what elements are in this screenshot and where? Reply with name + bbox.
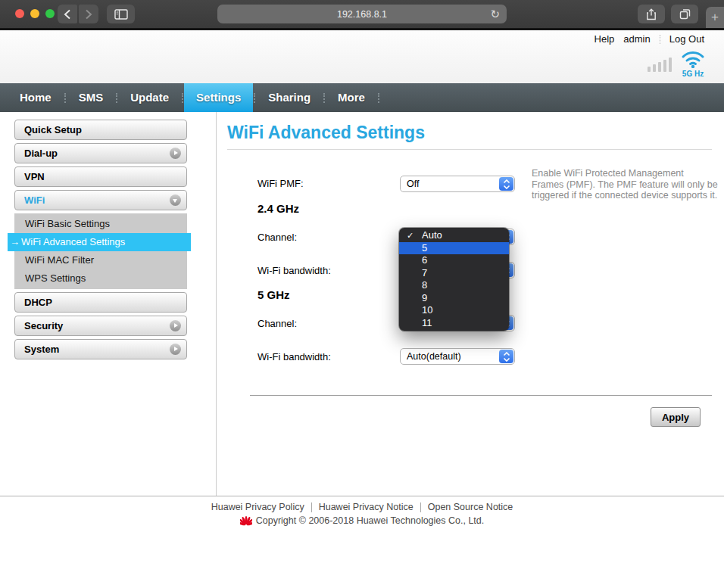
dropdown-option-10[interactable]: 10	[399, 304, 509, 317]
wifi-pmf-label: WiFi PMF:	[257, 178, 304, 189]
chevron-down-icon	[170, 194, 181, 206]
sidebar-item-dhcp[interactable]: DHCP	[14, 292, 187, 313]
nav-item-update[interactable]: Update	[118, 83, 181, 112]
open-source-notice-link[interactable]: Open Source Notice	[428, 502, 513, 512]
nav-separator	[323, 93, 325, 103]
footer-divider	[420, 502, 421, 512]
tabs-icon	[679, 8, 691, 20]
dropdown-option-7[interactable]: 7	[399, 267, 509, 280]
page-title: WiFi Advanced Settings	[227, 123, 425, 143]
channel-dropdown-menu: ✓ Auto 5 6 7 8 9 10 11	[399, 228, 509, 331]
dropdown-option-8[interactable]: 8	[399, 279, 509, 292]
dropdown-option-5[interactable]: 5	[399, 242, 509, 255]
band-24ghz-heading: 2.4 GHz	[257, 202, 299, 215]
sidebar-item-security[interactable]: Security	[14, 316, 187, 336]
nav-separator	[254, 93, 255, 103]
plus-icon: +	[711, 10, 719, 25]
reload-icon[interactable]: ↻	[490, 6, 500, 22]
sidebar-item-dial-up[interactable]: Dial-up	[14, 143, 187, 163]
channel-5-label: Channel:	[257, 318, 297, 329]
zoom-window-button[interactable]	[45, 9, 55, 18]
dropdown-option-11[interactable]: 11	[399, 317, 509, 330]
site-header: Help admin Log Out 5G Hz	[0, 30, 724, 83]
bandwidth-24-label: Wi-Fi bandwidth:	[257, 265, 331, 276]
url-text: 192.168.8.1	[337, 9, 387, 20]
sidebar-item-vpn[interactable]: VPN	[14, 166, 187, 187]
current-item-arrow-icon: →	[10, 233, 20, 251]
close-window-button[interactable]	[15, 9, 24, 18]
band-5ghz-heading: 5 GHz	[257, 288, 290, 301]
router-admin-page: 192.168.8.1 ↻ + Help admin Log Out	[0, 0, 724, 588]
copyright-text: Copyright © 2006-2018 Huawei Technologie…	[256, 515, 485, 526]
chevron-right-icon	[170, 344, 181, 355]
help-link[interactable]: Help	[594, 33, 615, 45]
sidebar-item-wifi-mac-filter[interactable]: WiFi MAC Filter	[14, 251, 187, 269]
logout-link[interactable]: Log Out	[669, 33, 704, 45]
nav-separator	[182, 93, 183, 103]
minimize-window-button[interactable]	[30, 9, 39, 18]
sidebar-item-wifi[interactable]: WiFi	[14, 190, 187, 210]
new-tab-button[interactable]: +	[706, 7, 724, 28]
nav-item-more[interactable]: More	[326, 83, 377, 112]
main-navigation: Home SMS Update Settings Sharing More	[0, 83, 724, 112]
sidebar-item-quick-setup[interactable]: Quick Setup	[14, 120, 187, 140]
window-controls	[15, 9, 55, 18]
select-stepper-icon	[499, 177, 513, 191]
sidebar-icon	[114, 9, 128, 20]
title-divider	[227, 149, 712, 150]
privacy-policy-link[interactable]: Huawei Privacy Policy	[211, 502, 304, 512]
nav-item-settings[interactable]: Settings	[184, 83, 253, 112]
wifi-pmf-select[interactable]: Off	[400, 176, 515, 192]
content-area: WiFi Advanced Settings WiFi PMF: Off Ena…	[217, 112, 724, 496]
check-icon: ✓	[407, 229, 413, 242]
form-divider	[250, 395, 712, 396]
sidebar-item-wifi-basic-settings[interactable]: WiFi Basic Settings	[14, 215, 187, 233]
forward-button[interactable]	[79, 5, 98, 23]
address-bar[interactable]: 192.168.8.1 ↻	[217, 5, 507, 23]
signal-strength-icon	[648, 58, 672, 78]
wifi-status: 5G Hz	[679, 50, 707, 78]
pmf-description: Enable WiFi Protected Management Frames …	[532, 168, 718, 201]
huawei-logo-icon	[240, 515, 252, 526]
nav-separator	[64, 93, 66, 103]
apply-button[interactable]: Apply	[651, 407, 701, 427]
back-button[interactable]	[58, 5, 77, 23]
dropdown-option-9[interactable]: 9	[399, 292, 509, 305]
wifi-submenu: WiFi Basic Settings → WiFi Advanced Sett…	[14, 213, 187, 289]
bandwidth-5-label: Wi-Fi bandwidth:	[257, 351, 331, 362]
account-bar: Help admin Log Out	[594, 33, 704, 45]
bandwidth-5-select[interactable]: Auto(default)	[400, 348, 515, 365]
username-text: admin	[623, 33, 650, 45]
sidebar-item-system[interactable]: System	[14, 339, 187, 359]
select-stepper-icon	[499, 350, 513, 363]
chevron-left-icon	[64, 9, 71, 20]
chevron-right-icon	[85, 9, 92, 20]
account-divider	[660, 35, 660, 44]
dropdown-option-auto[interactable]: ✓ Auto	[399, 229, 509, 242]
privacy-notice-link[interactable]: Huawei Privacy Notice	[319, 502, 413, 512]
share-icon	[646, 8, 657, 20]
page-footer: Huawei Privacy Policy Huawei Privacy Not…	[0, 496, 724, 526]
settings-sidebar: Quick Setup Dial-up VPN WiFi WiFi Basic …	[0, 112, 217, 496]
chevron-right-icon	[170, 148, 181, 159]
browser-toolbar: 192.168.8.1 ↻ +	[0, 0, 724, 30]
chevron-right-icon	[170, 320, 181, 331]
share-button[interactable]	[638, 5, 665, 23]
channel-24-label: Channel:	[257, 232, 297, 243]
wifi-icon	[681, 50, 705, 68]
tab-overview-button[interactable]	[671, 5, 698, 23]
status-indicators: 5G Hz	[648, 50, 707, 78]
footer-divider	[311, 502, 312, 512]
nav-separator	[116, 93, 117, 103]
sidebar-item-wps-settings[interactable]: WPS Settings	[14, 269, 187, 288]
sidebar-toggle-button[interactable]	[107, 5, 135, 23]
nav-item-sharing[interactable]: Sharing	[256, 83, 323, 112]
nav-item-home[interactable]: Home	[8, 83, 64, 112]
wifi-band-label: 5G Hz	[679, 70, 707, 78]
dropdown-option-6[interactable]: 6	[399, 254, 509, 267]
sidebar-item-wifi-advanced-settings[interactable]: → WiFi Advanced Settings	[8, 233, 191, 251]
nav-separator	[378, 93, 379, 103]
nav-item-sms[interactable]: SMS	[67, 83, 116, 112]
